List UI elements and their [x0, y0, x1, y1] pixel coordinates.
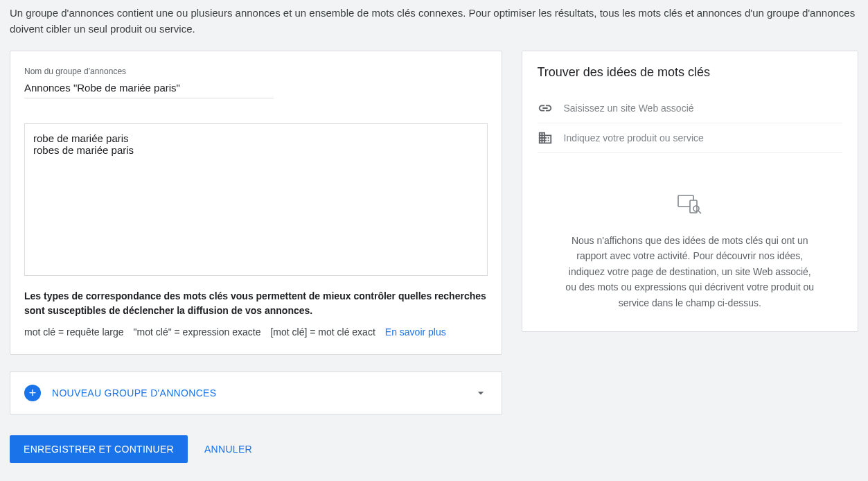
cancel-button[interactable]: ANNULER: [199, 435, 258, 463]
new-adgroup-expander[interactable]: + NOUVEAU GROUPE D'ANNONCES: [10, 371, 502, 414]
match-types-legend: mot clé = requête large "mot clé" = expr…: [24, 326, 488, 338]
new-adgroup-label: NOUVEAU GROUPE D'ANNONCES: [52, 387, 474, 399]
plus-icon: +: [24, 385, 41, 401]
url-row[interactable]: [538, 94, 843, 123]
adgroup-name-input[interactable]: [24, 79, 274, 98]
business-icon: [538, 130, 553, 146]
keyword-ideas-card: Trouver des idées de mots clés: [522, 51, 859, 332]
svg-line-3: [698, 211, 701, 213]
save-continue-button[interactable]: ENREGISTRER ET CONTINUER: [10, 435, 188, 463]
adgroup-card: Nom du groupe d'annonces Les types de co…: [10, 51, 502, 355]
ideas-placeholder-text: Nous n'affichons que des idées de mots c…: [565, 233, 815, 311]
product-service-input[interactable]: [564, 132, 843, 143]
related-url-input[interactable]: [564, 103, 843, 114]
adgroup-name-label: Nom du groupe d'annonces: [24, 67, 488, 76]
ideas-title: Trouver des idées de mots clés: [538, 65, 843, 80]
search-devices-icon: [677, 195, 702, 214]
intro-text: Un groupe d'annonces contient une ou plu…: [10, 0, 858, 51]
keywords-textarea[interactable]: [24, 123, 488, 276]
legend-exact: [mot clé] = mot clé exact: [270, 326, 375, 338]
match-types-info: Les types de correspondance des mots clé…: [24, 289, 488, 318]
product-row[interactable]: [538, 123, 843, 153]
legend-phrase: "mot clé" = expression exacte: [134, 326, 261, 338]
link-icon: [538, 100, 553, 116]
chevron-down-icon: [474, 386, 488, 400]
learn-more-link[interactable]: En savoir plus: [385, 326, 446, 338]
legend-broad: mot clé = requête large: [24, 326, 124, 338]
